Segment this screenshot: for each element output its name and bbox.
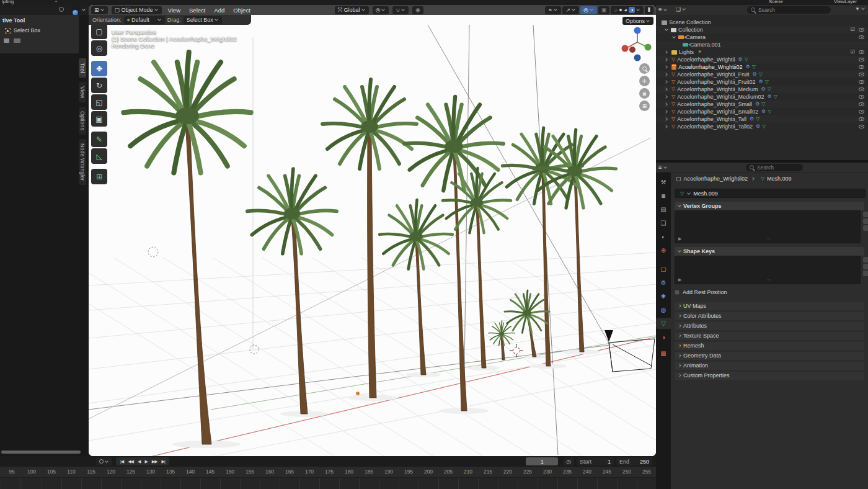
properties-editor-type-button[interactable]: ≡: [658, 164, 668, 171]
eye-icon[interactable]: [859, 58, 864, 61]
shading-solid-icon[interactable]: ●: [619, 7, 622, 13]
row-small[interactable]: ▽Acoelorrhaphe_Wrightii_Small⚙▽: [656, 101, 868, 108]
tab-output-icon[interactable]: ▤: [656, 204, 671, 215]
timeline-frames-area[interactable]: [0, 477, 656, 489]
pan-button[interactable]: ✛: [639, 76, 650, 86]
xray-toggle[interactable]: ▣: [598, 6, 610, 14]
viewlayer-selector[interactable]: ViewLayer: [834, 0, 857, 4]
keying-button[interactable]: [96, 457, 112, 465]
tab-viewlayer-icon[interactable]: ❏: [656, 217, 671, 228]
jump-start-button[interactable]: |◀: [118, 459, 125, 464]
mode-icon[interactable]: [4, 38, 9, 43]
select-box-tool[interactable]: ▢: [91, 24, 107, 39]
eye-icon[interactable]: [859, 125, 864, 128]
panel-attributes[interactable]: Attributes: [675, 322, 864, 330]
outliner-editor-type-button[interactable]: ≡: [658, 6, 668, 13]
transform-tool[interactable]: ▣: [91, 111, 107, 127]
hdri-preview-icon[interactable]: [59, 7, 64, 12]
current-frame-field[interactable]: 1: [526, 457, 558, 465]
add-workspace-button[interactable]: +: [55, 0, 58, 4]
eye-icon[interactable]: [859, 95, 864, 99]
tab-tool-icon[interactable]: ⚒: [656, 176, 671, 187]
eye-icon[interactable]: [859, 102, 864, 106]
eye-icon[interactable]: [859, 87, 864, 91]
vertex-groups-list[interactable]: ▶ ∷: [675, 210, 861, 243]
tab-scene-icon[interactable]: ◐: [656, 231, 671, 242]
mode-dropdown[interactable]: ▢ Object Mode: [112, 6, 162, 14]
rotate-tool[interactable]: ↻: [91, 78, 107, 93]
scale-tool[interactable]: ◱: [91, 94, 107, 110]
row-wrightii[interactable]: ▽Acoelorrhaphe_Wrightii⚙▽: [656, 56, 868, 63]
eye-icon[interactable]: [859, 65, 864, 69]
add-cube-tool[interactable]: ⊞: [91, 169, 107, 184]
active-tool-row[interactable]: Select Box: [0, 24, 79, 34]
tab-material-icon[interactable]: ◑: [656, 331, 671, 343]
filter-icon[interactable]: ▼: [855, 6, 866, 12]
tab-modifiers-icon[interactable]: ⚙: [656, 277, 671, 288]
move-tool[interactable]: ✥: [91, 61, 107, 76]
tab-physics-icon[interactable]: ◍: [656, 304, 671, 315]
prev-keyframe-button[interactable]: ◀◀: [126, 459, 135, 464]
outliner-search-input[interactable]: Search: [747, 6, 831, 14]
gizmos-dropdown[interactable]: ↗: [562, 6, 579, 14]
tab-options[interactable]: Options: [79, 107, 86, 135]
snap-magnet-button[interactable]: ∪: [392, 6, 409, 14]
panel-texture-space[interactable]: Texture Space: [675, 332, 864, 340]
tab-node-wrangler[interactable]: Node Wrangler: [79, 139, 86, 185]
eye-icon[interactable]: [859, 110, 864, 114]
specials-arrow-icon[interactable]: ▶: [678, 236, 681, 241]
panel-color-attributes[interactable]: Color Attributes: [675, 312, 864, 320]
panel-animation[interactable]: Animation: [675, 362, 864, 370]
breadcrumb-object[interactable]: Acoelorrhaphe_Wrightii02: [684, 176, 748, 182]
eye-icon[interactable]: [859, 28, 864, 32]
eye-icon[interactable]: [859, 73, 864, 76]
menu-view[interactable]: View: [166, 7, 183, 14]
next-keyframe-button[interactable]: ▶▶: [150, 459, 159, 464]
panel-uv-maps[interactable]: UV Maps: [675, 302, 864, 310]
row-collection[interactable]: Collection☑: [656, 26, 868, 34]
mode-icon-2[interactable]: [14, 38, 20, 43]
row-lights[interactable]: Lights☀☑: [656, 48, 868, 56]
mesh-name-field[interactable]: ▽ Mesh.009: [675, 189, 866, 198]
shape-keys-side-buttons[interactable]: [863, 257, 868, 276]
orientation-dropdown[interactable]: ⌖ Default: [124, 16, 165, 24]
shape-keys-list[interactable]: ▶ ∷: [675, 256, 861, 284]
eye-icon[interactable]: [859, 35, 864, 39]
panel-geometry-data[interactable]: Geometry Data: [675, 352, 864, 360]
workspace-tab-scripting[interactable]: ipting: [2, 0, 14, 4]
row-fruit[interactable]: ▽Acoelorrhaphe_Wrightii_Fruit⚙▽: [656, 71, 868, 78]
viewport-3d[interactable]: ⊞ ▢ Object Mode View Select Add Object ⤱…: [89, 5, 656, 456]
exclude-checkbox-icon[interactable]: ☑: [851, 48, 855, 56]
tab-object-icon[interactable]: ▢: [656, 263, 671, 274]
shape-keys-panel-header[interactable]: Shape Keys: [675, 247, 864, 256]
tab-texture-icon[interactable]: ▦: [656, 348, 671, 359]
row-medium[interactable]: ▽Acoelorrhaphe_Wrightii_Medium⚙▽: [656, 86, 868, 93]
pivot-point-dropdown[interactable]: ◎: [373, 6, 389, 14]
pause-render-button[interactable]: ‖: [645, 6, 653, 14]
specials-arrow-icon[interactable]: ▶: [678, 277, 681, 282]
drag-dropdown[interactable]: Select Box: [184, 16, 222, 24]
scene-selector[interactable]: Scene: [769, 0, 783, 4]
vertex-groups-side-buttons[interactable]: [863, 212, 868, 231]
frame-start-field[interactable]: Start1: [577, 457, 614, 465]
menu-select[interactable]: Select: [187, 7, 208, 14]
measure-tool[interactable]: ◺: [91, 148, 107, 164]
shading-rendered-icon[interactable]: ◑: [629, 7, 634, 13]
cursor-tool[interactable]: ◎: [91, 40, 107, 56]
tab-render-icon[interactable]: ◙: [656, 190, 671, 201]
row-tall02[interactable]: ▽Acoelorrhaphe_Wrightii_Tall02⚙▽: [656, 123, 868, 130]
panel-remesh[interactable]: Remesh: [675, 342, 864, 350]
tab-particles-icon[interactable]: ✱: [656, 290, 671, 302]
row-camera[interactable]: Camera: [656, 34, 868, 41]
properties-search-input[interactable]: Search: [746, 164, 803, 171]
display-mode-button[interactable]: ❏: [676, 6, 686, 12]
resize-grip-icon[interactable]: ∷: [768, 237, 771, 242]
row-fruit02[interactable]: ▽Acoelorrhaphe_Wrightii_Fruit02⚙▽: [656, 78, 868, 86]
menu-object[interactable]: Object: [231, 7, 252, 14]
timeline-ruler[interactable]: 95100 105110 115120 125130 135140 145150…: [0, 467, 656, 477]
frame-end-field[interactable]: End250: [616, 457, 652, 465]
resize-grip-icon[interactable]: ∷: [768, 278, 771, 283]
shading-material-icon[interactable]: ◕: [624, 7, 627, 13]
overlays-dropdown[interactable]: ◎: [580, 6, 597, 14]
editor-type-button[interactable]: ⊞: [91, 6, 108, 14]
